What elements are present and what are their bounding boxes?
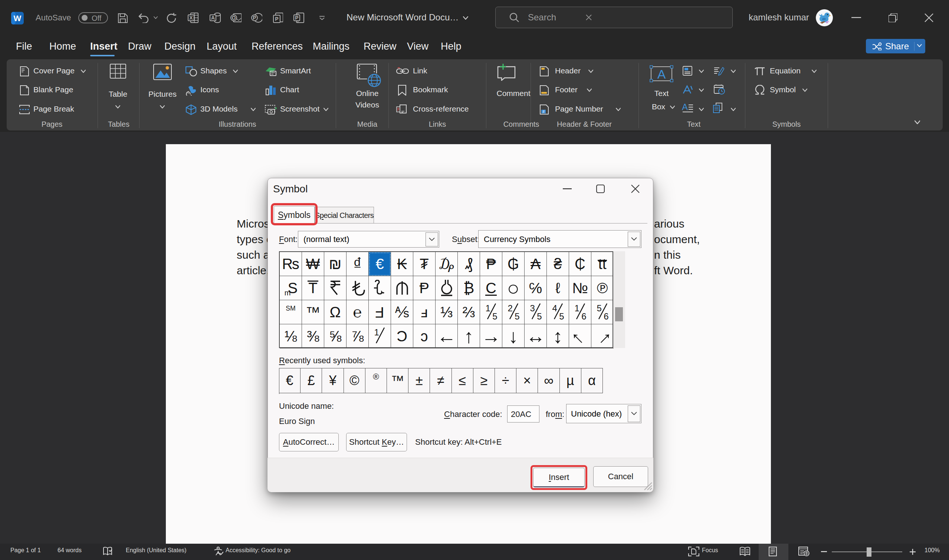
svg-text:X: X [189, 15, 193, 21]
svg-text:A: A [657, 67, 666, 81]
svg-text:A: A [682, 103, 688, 112]
svg-text:P: P [295, 15, 298, 21]
svg-text:P: P [253, 15, 256, 21]
svg-text:#: # [542, 110, 545, 114]
svg-text:O: O [232, 15, 236, 21]
svg-text:P: P [275, 16, 278, 22]
svg-text:A: A [211, 15, 215, 21]
svg-text:W: W [14, 14, 22, 23]
